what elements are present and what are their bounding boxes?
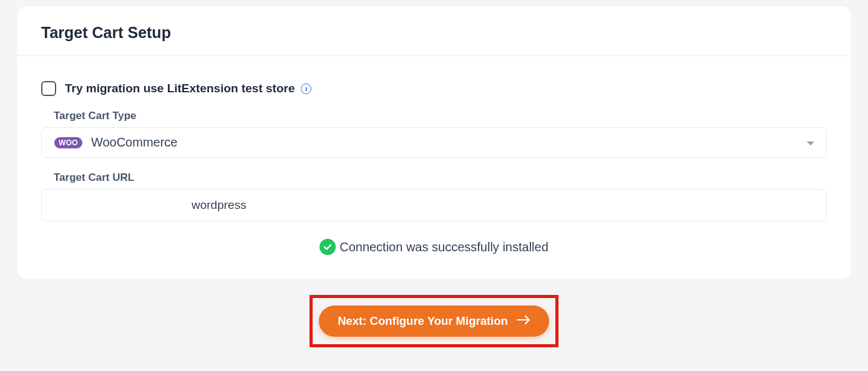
next-configure-button[interactable]: Next: Configure Your Migration: [319, 306, 549, 337]
target-cart-setup-card: Target Cart Setup Try migration use LitE…: [17, 6, 851, 279]
next-button-label: Next: Configure Your Migration: [338, 314, 508, 328]
status-message: Connection was successfully installed: [339, 240, 549, 254]
cart-type-select-value-wrap: WOO WooCommerce: [54, 135, 177, 150]
info-icon[interactable]: i: [301, 84, 311, 94]
test-store-label: Try migration use LitExtension test stor…: [65, 82, 311, 95]
test-store-label-text: Try migration use LitExtension test stor…: [65, 82, 295, 95]
arrow-right-icon: [517, 314, 530, 328]
cart-url-field: Target Cart URL wordpress: [41, 171, 827, 221]
cart-url-value: wordpress: [54, 198, 246, 212]
cart-type-value: WooCommerce: [91, 135, 178, 150]
cart-type-field: Target Cart Type WOO WooCommerce: [41, 110, 827, 158]
test-store-checkbox[interactable]: [41, 81, 56, 96]
check-circle-icon: [319, 239, 336, 255]
cart-type-select[interactable]: WOO WooCommerce: [41, 127, 827, 158]
test-store-row: Try migration use LitExtension test stor…: [41, 81, 827, 96]
cart-type-label: Target Cart Type: [41, 110, 827, 122]
card-header: Target Cart Setup: [17, 6, 851, 56]
chevron-down-icon: [806, 137, 815, 148]
page-title: Target Cart Setup: [41, 24, 827, 42]
woo-badge-icon: WOO: [54, 137, 82, 148]
cart-url-input[interactable]: wordpress: [41, 189, 827, 221]
cart-url-label: Target Cart URL: [41, 171, 827, 184]
card-body: Try migration use LitExtension test stor…: [17, 56, 851, 279]
highlight-box: Next: Configure Your Migration: [310, 295, 558, 347]
connection-status: Connection was successfully installed: [41, 239, 827, 255]
next-button-container: Next: Configure Your Migration: [17, 295, 851, 347]
